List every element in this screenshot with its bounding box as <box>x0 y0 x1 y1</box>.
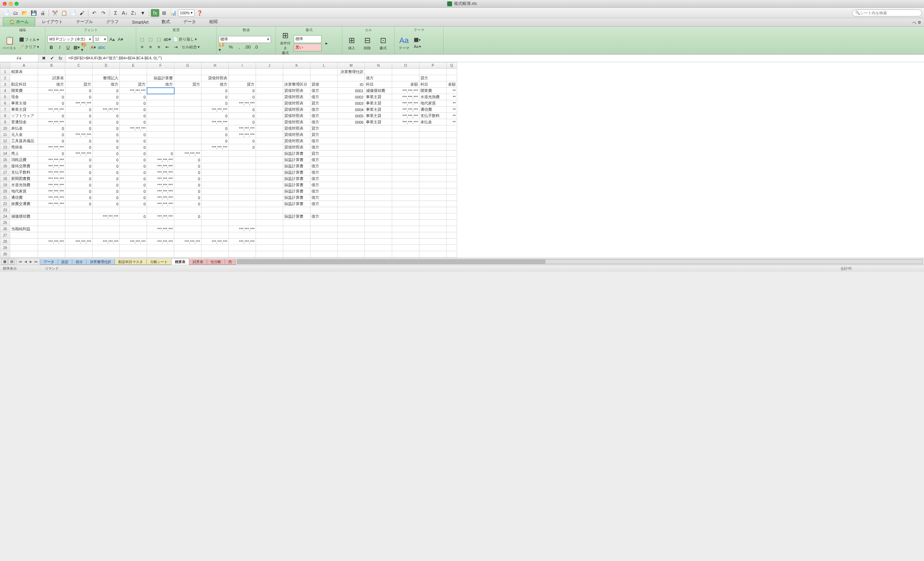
cell-A11[interactable]: 元入金 <box>10 132 38 138</box>
row-header-28[interactable]: 28 <box>0 238 10 245</box>
cell-I7[interactable]: 0 <box>229 106 256 113</box>
col-header-C[interactable]: C <box>65 63 93 69</box>
cell-G28[interactable]: ***,***,*** <box>174 238 201 245</box>
cell-H7[interactable]: ***,***,*** <box>201 106 229 113</box>
cell-G4[interactable] <box>174 88 201 94</box>
cell-I24[interactable] <box>229 213 256 220</box>
tab-review[interactable]: 校閲 <box>202 17 224 26</box>
cell-A14[interactable]: 売上 <box>10 150 38 157</box>
cell-Q6[interactable]: ** <box>447 100 457 106</box>
row-header-24[interactable]: 24 <box>0 213 10 220</box>
ribbon-collapse-icon[interactable]: へ <box>912 20 916 25</box>
col-header-K[interactable]: K <box>283 63 310 69</box>
cell-P18[interactable] <box>419 176 447 182</box>
cell-D31[interactable] <box>93 258 120 258</box>
cell-L15[interactable]: 借方 <box>310 157 338 163</box>
cell-B6[interactable]: 0 <box>38 100 65 106</box>
cell-B15[interactable]: ***,***,*** <box>38 157 65 163</box>
cell-D9[interactable]: 0 <box>93 119 120 125</box>
cell-M19[interactable] <box>338 182 365 188</box>
cell-H19[interactable] <box>201 182 229 188</box>
cell-C8[interactable]: 0 <box>65 113 93 119</box>
cell-G8[interactable] <box>174 113 201 119</box>
row-header-21[interactable]: 21 <box>0 195 10 201</box>
cell-K30[interactable] <box>283 251 310 258</box>
row-header-17[interactable]: 17 <box>0 170 10 176</box>
cell-F2[interactable]: 損益計算書 <box>147 75 174 81</box>
cell-B17[interactable]: ***,***,*** <box>38 170 65 176</box>
grid-area[interactable]: ABCDEFGHIJKLMNOPQ1精算表決算整理仕訳2試算表整理記入損益計算書… <box>0 62 924 258</box>
new-button[interactable]: 📄 <box>2 9 10 17</box>
cell-C13[interactable]: 0 <box>65 144 93 150</box>
cell-H22[interactable] <box>201 201 229 207</box>
cell-I31[interactable] <box>229 258 256 258</box>
cell-L22[interactable]: 借方 <box>310 201 338 207</box>
cell-O2[interactable] <box>392 75 419 81</box>
cell-K5[interactable]: 貸借対照表 <box>283 94 310 100</box>
cell-K15[interactable]: 損益計算書 <box>283 157 310 163</box>
cell-L10[interactable]: 貸方 <box>310 125 338 132</box>
cell-J3[interactable] <box>256 81 283 88</box>
cell-E7[interactable]: 0 <box>120 106 147 113</box>
percent-button[interactable]: % <box>227 44 235 51</box>
undo-button[interactable]: ↶ <box>90 9 99 17</box>
cell-P25[interactable] <box>419 220 447 226</box>
cell-G31[interactable] <box>174 258 201 258</box>
cell-K17[interactable]: 損益計算書 <box>283 170 310 176</box>
cell-G29[interactable] <box>174 245 201 251</box>
cell-L26[interactable] <box>310 226 338 232</box>
cell-O23[interactable] <box>392 207 419 213</box>
cell-K16[interactable]: 損益計算書 <box>283 163 310 170</box>
col-header-A[interactable]: A <box>10 63 38 69</box>
cell-A23[interactable] <box>10 207 38 213</box>
cell-E25[interactable] <box>120 220 147 226</box>
cell-F4[interactable] <box>147 88 174 94</box>
cell-A18[interactable]: 新聞図書費 <box>10 176 38 182</box>
cell-I23[interactable] <box>229 207 256 213</box>
cell-L13[interactable]: 借方 <box>310 144 338 150</box>
cut-button[interactable]: ✂️ <box>51 9 59 17</box>
autosum-button[interactable]: Σ <box>111 9 120 17</box>
cell-H13[interactable]: ***,***,*** <box>201 144 229 150</box>
font-color-button[interactable]: A▾ <box>89 44 97 51</box>
cell-O10[interactable] <box>392 125 419 132</box>
cell-O14[interactable] <box>392 150 419 157</box>
cell-C11[interactable]: ***,***,*** <box>65 132 93 138</box>
underline-button[interactable]: U <box>64 44 72 51</box>
cell-C4[interactable]: 0 <box>65 88 93 94</box>
save-button[interactable]: 💾 <box>29 9 38 17</box>
cell-A6[interactable]: 事業主借 <box>10 100 38 106</box>
cell-B9[interactable]: ***,***,*** <box>38 119 65 125</box>
cell-J20[interactable] <box>256 188 283 195</box>
cell-E15[interactable]: 0 <box>120 157 147 163</box>
cell-I8[interactable]: 0 <box>229 113 256 119</box>
cell-L25[interactable] <box>310 220 338 226</box>
cell-Q27[interactable] <box>447 232 457 238</box>
tab-chart[interactable]: グラフ <box>99 17 125 26</box>
cell-G3[interactable]: 貸方 <box>174 81 201 88</box>
fx-formula-button[interactable]: fx <box>57 55 64 62</box>
cell-B25[interactable] <box>38 220 65 226</box>
cell-F21[interactable]: ***,***,*** <box>147 195 174 201</box>
cell-J9[interactable] <box>256 119 283 125</box>
cell-F28[interactable]: ***,***,*** <box>147 238 174 245</box>
cell-K10[interactable]: 貸借対照表 <box>283 125 310 132</box>
cell-F23[interactable] <box>147 207 174 213</box>
cell-H6[interactable]: 0 <box>201 100 229 106</box>
cell-D18[interactable]: 0 <box>93 176 120 182</box>
cell-Q28[interactable] <box>447 238 457 245</box>
cell-D10[interactable]: 0 <box>93 125 120 132</box>
cell-N30[interactable] <box>365 251 392 258</box>
filter-button[interactable]: ▼ <box>139 9 147 17</box>
cell-N9[interactable]: 事業主貸 <box>365 119 392 125</box>
cell-I28[interactable]: ***,***,*** <box>229 238 256 245</box>
insert-button[interactable]: ⊞挿入 <box>344 33 359 53</box>
cell-D5[interactable]: 0 <box>93 94 120 100</box>
cell-K9[interactable]: 貸借対照表 <box>283 119 310 125</box>
cell-N7[interactable]: 事業主貸 <box>365 106 392 113</box>
cell-N2[interactable]: 借方 <box>365 75 392 81</box>
cell-N29[interactable] <box>365 245 392 251</box>
cell-D25[interactable] <box>93 220 120 226</box>
col-header-H[interactable]: H <box>201 63 229 69</box>
format-button[interactable]: ⊡書式 <box>376 33 390 53</box>
